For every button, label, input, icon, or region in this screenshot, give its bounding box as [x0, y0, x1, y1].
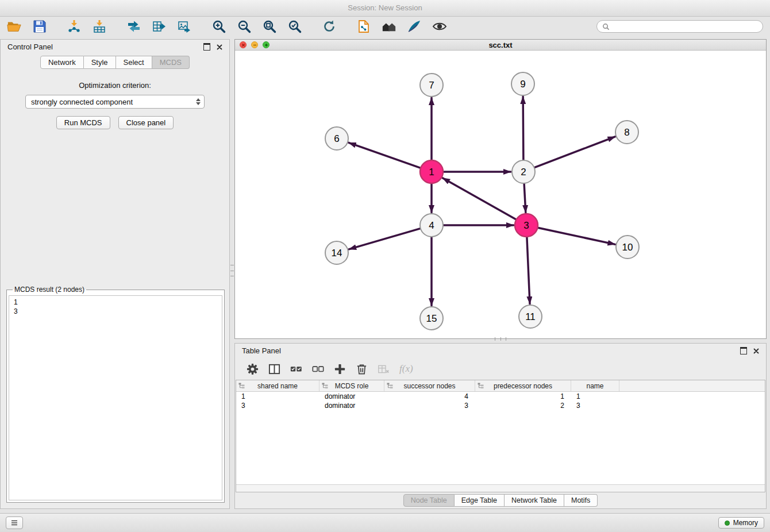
zoom-out-button[interactable] — [234, 18, 254, 35]
table-empty-area — [236, 410, 765, 484]
create-column-button[interactable] — [334, 363, 346, 375]
tab-node-table[interactable]: Node Table — [403, 494, 455, 507]
float-panel-icon[interactable] — [203, 43, 210, 51]
tab-network-table[interactable]: Network Table — [505, 494, 564, 507]
column-header-name[interactable]: name — [571, 380, 619, 391]
open-session-button[interactable] — [5, 18, 24, 35]
style-button[interactable] — [405, 18, 424, 35]
tab-motifs[interactable]: Motifs — [564, 494, 598, 507]
close-panel-icon[interactable] — [217, 44, 222, 50]
zoom-fit-button[interactable] — [260, 18, 279, 35]
column-label: predecessor nodes — [494, 382, 552, 390]
apply-layout-button[interactable] — [319, 18, 339, 35]
save-session-button[interactable] — [30, 18, 49, 35]
tab-style[interactable]: Style — [84, 56, 116, 69]
export-network-button[interactable] — [124, 18, 144, 35]
graph-node-label: 7 — [429, 80, 434, 91]
column-type-icon — [322, 383, 328, 389]
delete-table-button[interactable] — [378, 363, 390, 375]
graph-edge-2-9[interactable] — [523, 97, 523, 160]
graph-edge-3-11[interactable] — [527, 237, 530, 304]
table-horizontal-scrollbar[interactable] — [236, 484, 765, 492]
graph-edge-2-3[interactable] — [524, 184, 526, 213]
criterion-dropdown[interactable]: strongly connected component — [25, 95, 205, 109]
show-hide-button[interactable] — [430, 18, 449, 35]
status-bar: Memory — [0, 513, 770, 532]
cell-predecessor-nodes: 2 — [475, 402, 571, 410]
search-input[interactable] — [613, 22, 757, 30]
task-history-button[interactable] — [6, 516, 23, 529]
memory-button[interactable]: Memory — [718, 517, 764, 529]
graph-edge-2-8[interactable] — [535, 137, 615, 168]
show-columns-button[interactable] — [268, 363, 280, 375]
first-neighbors-button[interactable] — [379, 18, 399, 35]
column-header-successor-nodes[interactable]: successor nodes — [384, 380, 475, 391]
export-image-button[interactable] — [175, 18, 194, 35]
window-close-icon[interactable] — [240, 41, 247, 48]
select-all-columns-button[interactable] — [290, 363, 302, 375]
table-row[interactable]: 1 dominator 4 1 1 — [236, 392, 765, 401]
cell-name: 3 — [571, 402, 619, 410]
search-field[interactable] — [596, 20, 763, 33]
window-minimize-icon[interactable] — [251, 41, 258, 48]
graph-node-label: 11 — [525, 311, 536, 322]
graph-node-label: 2 — [521, 167, 526, 178]
close-panel-button[interactable]: Close panel — [118, 116, 174, 129]
gear-icon — [247, 363, 259, 375]
function-builder-button[interactable]: f(x) — [399, 363, 413, 375]
cell-name: 1 — [571, 392, 619, 400]
control-panel-title: Control Panel — [7, 43, 53, 51]
unselect-all-columns-button[interactable] — [312, 363, 324, 375]
new-network-from-selection-button[interactable] — [354, 18, 374, 35]
zoom-fit-icon — [262, 20, 277, 33]
mcds-result-list[interactable]: 1 3 — [9, 295, 222, 500]
import-network-button[interactable] — [64, 18, 84, 35]
mcds-result-title: MCDS result (2 nodes) — [13, 286, 86, 294]
network-window-titlebar: scc.txt — [235, 40, 766, 51]
tab-mcds[interactable]: MCDS — [152, 56, 190, 69]
graph-edge-3-10[interactable] — [538, 228, 615, 244]
memory-label: Memory — [733, 519, 758, 527]
delete-column-button[interactable] — [356, 363, 368, 375]
column-label: MCDS role — [335, 382, 369, 390]
column-header-shared-name[interactable]: shared name — [236, 380, 319, 391]
zoom-in-button[interactable] — [209, 18, 229, 35]
column-header-predecessor-nodes[interactable]: predecessor nodes — [475, 380, 571, 391]
graph-node-label: 1 — [429, 167, 434, 178]
zoom-out-icon — [237, 20, 252, 33]
vertical-splitter[interactable] — [230, 263, 234, 278]
float-table-panel-icon[interactable] — [740, 347, 747, 354]
column-header-mcds-role[interactable]: MCDS role — [319, 380, 384, 391]
horizontal-splitter[interactable] — [493, 337, 508, 341]
table-settings-button[interactable] — [247, 363, 259, 375]
save-icon — [32, 20, 47, 33]
table-tabs: Node Table Edge Table Network Table Moti… — [235, 492, 766, 508]
zoom-selected-button[interactable] — [285, 18, 305, 35]
graph-edge-1-6[interactable] — [349, 142, 420, 168]
close-table-panel-icon[interactable] — [753, 348, 759, 354]
column-type-icon — [387, 383, 393, 389]
network-canvas[interactable]: 7968124314101511 — [235, 51, 766, 340]
tab-network[interactable]: Network — [40, 56, 84, 69]
refresh-icon — [322, 20, 337, 33]
graph-edge-3-1[interactable] — [442, 178, 516, 219]
tab-select[interactable]: Select — [116, 56, 152, 69]
run-mcds-button[interactable]: Run MCDS — [56, 116, 110, 129]
control-panel: Control Panel Network Style Select MCDS … — [0, 39, 230, 509]
tab-edge-table[interactable]: Edge Table — [455, 494, 505, 507]
network-document-icon — [356, 20, 371, 33]
criterion-selected-value: strongly connected component — [31, 98, 133, 106]
column-label: name — [586, 382, 603, 390]
graph-node-label: 10 — [622, 242, 633, 253]
import-table-button[interactable] — [90, 18, 109, 35]
checked-boxes-icon — [290, 363, 302, 375]
graph-node-label: 15 — [426, 313, 437, 324]
zoom-in-icon — [211, 20, 226, 33]
table-row[interactable]: 3 dominator 3 2 3 — [236, 401, 765, 410]
column-label: successor nodes — [403, 382, 455, 390]
houses-icon — [382, 20, 396, 33]
window-maximize-icon[interactable] — [263, 41, 270, 48]
column-label: shared name — [257, 382, 298, 390]
graph-edge-4-14[interactable] — [349, 229, 420, 249]
export-table-button[interactable] — [149, 18, 169, 35]
